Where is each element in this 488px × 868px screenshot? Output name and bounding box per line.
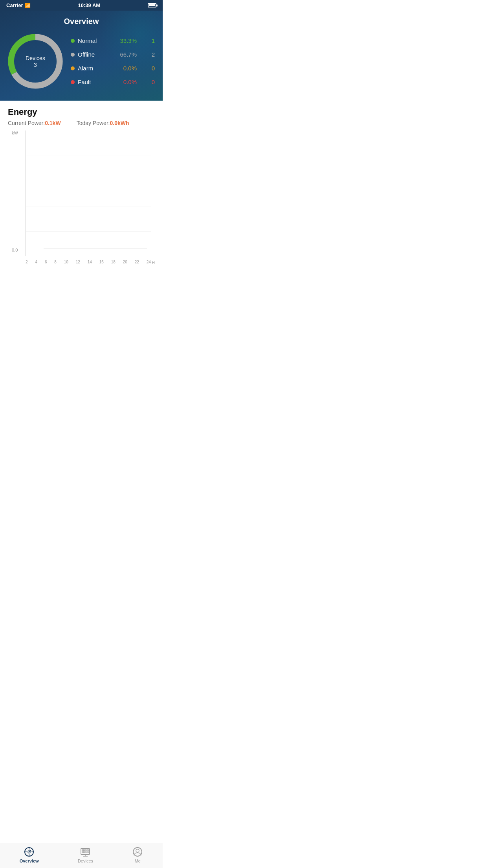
- donut-devices-label: Devices: [26, 55, 45, 62]
- stat-row-normal: Normal 33.3% 1: [71, 37, 155, 44]
- stat-row-offline: Offline 66.7% 2: [71, 51, 155, 58]
- chart-x-unit: H: [152, 261, 155, 265]
- energy-stats-row: Current Power:0.1kW Today Power:0.0kWh: [8, 120, 155, 127]
- fault-pct: 0.0%: [113, 79, 137, 85]
- x-label-8: 8: [54, 260, 57, 264]
- x-label-4: 4: [35, 260, 37, 264]
- time-display: 10:39 AM: [78, 2, 101, 8]
- main-content: Carrier 📶 10:39 AM Overview Devices 3: [0, 0, 163, 296]
- x-label-18: 18: [111, 260, 116, 264]
- x-label-16: 16: [99, 260, 104, 264]
- alarm-pct: 0.0%: [113, 65, 137, 72]
- today-power-value: 0.0kWh: [110, 120, 129, 126]
- x-label-22: 22: [135, 260, 139, 264]
- alarm-count: 0: [143, 65, 155, 72]
- chart-x-labels: 2 4 6 8 10 12 14 16 18 20 22 24: [26, 260, 151, 264]
- x-label-20: 20: [123, 260, 127, 264]
- stat-row-alarm: Alarm 0.0% 0: [71, 65, 155, 72]
- status-bar: Carrier 📶 10:39 AM: [0, 0, 163, 11]
- grid-line-3: [26, 206, 151, 206]
- chart-y-zero: 0.0: [12, 248, 18, 252]
- stat-row-fault: Fault 0.0% 0: [71, 79, 155, 85]
- x-label-10: 10: [64, 260, 68, 264]
- x-label-2: 2: [26, 260, 28, 264]
- page-title: Overview: [8, 17, 155, 26]
- chart-y-label: kW: [12, 131, 18, 135]
- donut-devices-count: 3: [26, 62, 45, 68]
- today-power-label: Today Power:: [77, 120, 110, 126]
- energy-title: Energy: [8, 107, 155, 117]
- fault-dot: [71, 80, 75, 84]
- overview-stats: Devices 3 Normal 33.3% 1 Offline 66.7% 2: [8, 34, 155, 89]
- carrier-info: Carrier 📶: [6, 2, 31, 8]
- donut-chart: Devices 3: [8, 34, 63, 89]
- offline-dot: [71, 53, 75, 57]
- x-label-6: 6: [45, 260, 47, 264]
- offline-pct: 66.7%: [113, 51, 137, 58]
- grid-line-4: [26, 231, 151, 232]
- current-power-label: Current Power:: [8, 120, 45, 126]
- grid-line-1: [26, 156, 151, 156]
- wifi-icon: 📶: [25, 3, 31, 8]
- offline-count: 2: [143, 51, 155, 58]
- carrier-label: Carrier: [6, 2, 23, 8]
- x-label-24: 24: [147, 260, 151, 264]
- donut-center-text: Devices 3: [26, 55, 45, 68]
- grid-line-2: [26, 181, 151, 181]
- x-label-14: 14: [88, 260, 92, 264]
- normal-count: 1: [143, 37, 155, 44]
- normal-dot: [71, 39, 75, 43]
- overview-header: Overview Devices 3 Normal: [0, 11, 163, 101]
- fault-count: 0: [143, 79, 155, 85]
- device-stats-table: Normal 33.3% 1 Offline 66.7% 2 Alarm 0.0…: [71, 37, 155, 85]
- battery-icon: [148, 3, 156, 7]
- today-power-stat: Today Power:0.0kWh: [77, 120, 129, 127]
- alarm-dot: [71, 66, 75, 70]
- fault-label: Fault: [78, 79, 113, 85]
- normal-pct: 33.3%: [113, 37, 137, 44]
- energy-chart: kW 0.0 2 4 6 8 10 12 14 16 18 20: [8, 131, 155, 264]
- alarm-label: Alarm: [78, 65, 113, 72]
- energy-section: Energy Current Power:0.1kW Today Power:0…: [0, 101, 163, 264]
- x-label-12: 12: [76, 260, 80, 264]
- offline-label: Offline: [78, 51, 113, 58]
- current-power-stat: Current Power:0.1kW: [8, 120, 61, 127]
- chart-plot-area: [26, 131, 151, 256]
- chart-x-axis: [44, 248, 147, 248]
- normal-label: Normal: [78, 37, 113, 44]
- current-power-value: 0.1kW: [45, 120, 61, 126]
